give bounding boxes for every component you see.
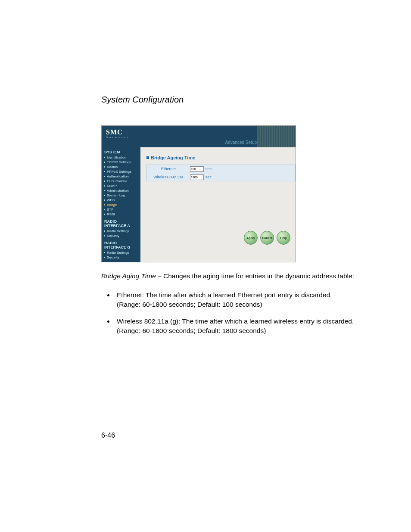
ethernet-age-input[interactable] — [190, 166, 204, 172]
sidebar-item-radio-g-settings[interactable]: Radio Settings — [102, 250, 140, 255]
header-mode-label: Advanced Setup — [225, 140, 257, 145]
panel-title: Bridge Ageing Time — [140, 147, 296, 165]
row-label-ethernet: Ethernet — [147, 167, 190, 171]
cancel-button[interactable]: Cancel — [260, 231, 274, 245]
sidebar-item-wds[interactable]: WDS — [102, 198, 140, 202]
sidebar-item-bridge[interactable]: Bridge — [102, 202, 140, 207]
row-label-wireless: Wireless 802.11a — [147, 175, 190, 179]
sidebar-item-pppoe[interactable]: PPPoE Settings — [102, 169, 140, 174]
sidebar-group-radio-a: RADIO INTERFACE A — [102, 217, 140, 229]
unit-label: sec — [206, 167, 212, 171]
sidebar-item-tcpip[interactable]: TCP/IP Settings — [102, 160, 140, 165]
table-row: Wireless 802.11a sec — [147, 173, 295, 181]
header-photo — [257, 126, 296, 147]
intro-rest: – Changes the aging time for entries in … — [156, 272, 354, 280]
header-bar: SMC N e t w o r k s Advanced Setup — [102, 126, 296, 147]
list-item: Ethernet: The time after which a learned… — [114, 290, 357, 310]
table-row: Ethernet sec — [147, 165, 295, 173]
sidebar-item-radius[interactable]: Radius — [102, 165, 140, 169]
sidebar-item-rssi[interactable]: RSSI — [102, 212, 140, 217]
help-button[interactable]: Help — [277, 231, 290, 245]
page-number: 6-46 — [101, 432, 115, 439]
content-area: Bridge Ageing Time Ethernet sec Wireless… — [140, 147, 296, 262]
page-title: System Configuration — [101, 95, 357, 105]
sidebar-group-system: SYSTEM — [102, 147, 140, 155]
sidebar-item-radio-a-settings[interactable]: Radio Settings — [102, 229, 140, 233]
apply-button[interactable]: Apply — [244, 231, 258, 245]
sidebar-item-authentication[interactable]: Authentication — [102, 174, 140, 179]
sidebar-group-radio-g: RADIO INTERFACE G — [102, 238, 140, 250]
button-bar: Apply Cancel Help — [244, 231, 290, 245]
sidebar-item-radio-a-security[interactable]: Security — [102, 233, 140, 238]
sidebar: SYSTEM Identification TCP/IP Settings Ra… — [102, 147, 140, 262]
list-item: Wireless 802.11a (g): The time after whi… — [114, 317, 357, 336]
panel-title-text: Bridge Ageing Time — [151, 155, 195, 160]
sidebar-item-identification[interactable]: Identification — [102, 155, 140, 160]
sidebar-item-systemlog[interactable]: System Log — [102, 193, 140, 198]
intro-paragraph: Bridge Aging Time – Changes the aging ti… — [101, 272, 357, 281]
sidebar-item-administration[interactable]: Administration — [102, 188, 140, 193]
brand-subtext: N e t w o r k s — [106, 136, 128, 139]
sidebar-item-radio-g-security[interactable]: Security — [102, 255, 140, 260]
unit-label: sec — [206, 175, 212, 179]
bullet-list: Ethernet: The time after which a learned… — [101, 290, 357, 336]
intro-term: Bridge Aging Time — [101, 272, 156, 280]
sidebar-item-filter[interactable]: Filter Control — [102, 179, 140, 184]
wireless-age-input[interactable] — [190, 174, 204, 180]
admin-screenshot: SMC N e t w o r k s Advanced Setup Home … — [101, 125, 296, 262]
sidebar-item-stp[interactable]: STP — [102, 207, 140, 212]
sidebar-item-snmp[interactable]: SNMP — [102, 184, 140, 188]
bullet-icon — [146, 156, 149, 159]
ageing-table: Ethernet sec Wireless 802.11a sec — [146, 165, 296, 181]
brand-logo: SMC — [106, 128, 123, 136]
